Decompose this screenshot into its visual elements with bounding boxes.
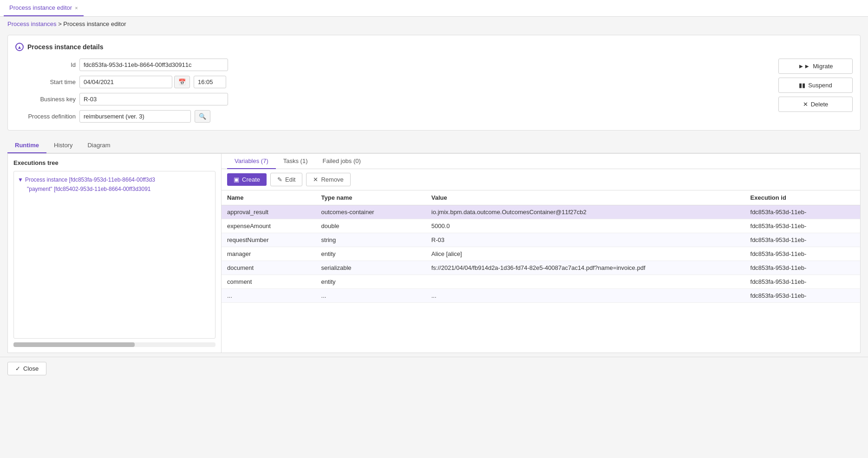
cell-type_name: entity bbox=[316, 247, 426, 261]
cell-value bbox=[426, 275, 745, 289]
right-panel: Variables (7) Tasks (1) Failed jobs (0) … bbox=[222, 154, 860, 353]
migrate-icon: ►► bbox=[798, 63, 810, 70]
tree-scroll-thumb bbox=[13, 342, 135, 347]
create-label: Create bbox=[242, 176, 260, 183]
table-row[interactable]: documentserializablefs://2021/04/04/fb91… bbox=[222, 261, 860, 275]
col-execution-id: Execution id bbox=[745, 190, 860, 205]
delete-label: Delete bbox=[811, 101, 829, 108]
bottom-section: Executions tree ▼ Process instance [fdc8… bbox=[7, 153, 861, 353]
tree-node-child-label: "payment" [fdc85402-953d-11eb-8664-00ff3… bbox=[27, 186, 151, 192]
table-row[interactable]: expenseAmountdouble5000.0fdc853fa-953d-1… bbox=[222, 219, 860, 233]
cell-type_name: outcomes-container bbox=[316, 205, 426, 219]
collapse-icon[interactable]: ▲ bbox=[15, 43, 24, 51]
tab-close-button[interactable]: × bbox=[75, 5, 78, 11]
footer: ✓ Close bbox=[0, 357, 868, 380]
cell-value: ... bbox=[426, 289, 745, 303]
variables-table: Name Type name Value Execution id approv… bbox=[222, 190, 860, 303]
cell-type_name: ... bbox=[316, 289, 426, 303]
start-time-label: Start time bbox=[15, 79, 76, 85]
cell-value: io.jmix.bpm.data.outcome.OutcomesContain… bbox=[426, 205, 745, 219]
tab-label: Process instance editor bbox=[9, 4, 72, 11]
cell-name: expenseAmount bbox=[222, 219, 316, 233]
delete-icon: ✕ bbox=[803, 101, 808, 108]
cell-execution_id: fdc853fa-953d-11eb- bbox=[745, 205, 860, 219]
suspend-button[interactable]: ▮▮ Suspend bbox=[778, 78, 853, 93]
id-label: Id bbox=[15, 61, 76, 68]
cell-execution_id: fdc853fa-953d-11eb- bbox=[745, 247, 860, 261]
col-name: Name bbox=[222, 190, 316, 205]
create-icon: ▣ bbox=[234, 176, 239, 183]
tab-variables[interactable]: Variables (7) bbox=[227, 154, 276, 169]
tree-node-root[interactable]: ▼ Process instance [fdc853fa-953d-11eb-8… bbox=[18, 175, 211, 184]
id-input[interactable] bbox=[79, 59, 228, 71]
tab-diagram[interactable]: Diagram bbox=[80, 138, 117, 153]
close-button[interactable]: ✓ Close bbox=[7, 362, 46, 375]
business-key-input[interactable] bbox=[79, 93, 228, 105]
cell-execution_id: fdc853fa-953d-11eb- bbox=[745, 261, 860, 275]
cell-name: manager bbox=[222, 247, 316, 261]
migrate-button[interactable]: ►► Migrate bbox=[778, 59, 853, 74]
details-card-header: ▲ Process instance details bbox=[15, 43, 853, 51]
tab-history[interactable]: History bbox=[46, 138, 80, 153]
action-buttons: ►► Migrate ▮▮ Suspend ✕ Delete bbox=[778, 59, 853, 123]
create-button[interactable]: ▣ Create bbox=[227, 173, 267, 186]
right-panel-tabs: Variables (7) Tasks (1) Failed jobs (0) bbox=[222, 154, 860, 169]
cell-execution_id: fdc853fa-953d-11eb- bbox=[745, 233, 860, 247]
cell-value: R-03 bbox=[426, 233, 745, 247]
table-row[interactable]: approval_resultoutcomes-containerio.jmix… bbox=[222, 205, 860, 219]
details-card: ▲ Process instance details Id Start time… bbox=[7, 35, 861, 131]
breadcrumb-separator: > bbox=[58, 20, 63, 27]
table-row[interactable]: requestNumberstringR-03fdc853fa-953d-11e… bbox=[222, 233, 860, 247]
tab-runtime[interactable]: Runtime bbox=[7, 138, 46, 153]
suspend-icon: ▮▮ bbox=[799, 82, 805, 89]
edit-label: Edit bbox=[285, 176, 295, 183]
tree-scrollbar[interactable] bbox=[13, 342, 215, 347]
proc-def-input[interactable] bbox=[79, 110, 191, 123]
delete-button[interactable]: ✕ Delete bbox=[778, 97, 853, 112]
cell-execution_id: fdc853fa-953d-11eb- bbox=[745, 289, 860, 303]
tree-container[interactable]: ▼ Process instance [fdc853fa-953d-11eb-8… bbox=[13, 171, 215, 339]
cell-name: requestNumber bbox=[222, 233, 316, 247]
table-row[interactable]: commententityfdc853fa-953d-11eb- bbox=[222, 275, 860, 289]
cell-type_name: string bbox=[316, 233, 426, 247]
tab-failed-jobs[interactable]: Failed jobs (0) bbox=[315, 154, 368, 169]
executions-tree-panel: Executions tree ▼ Process instance [fdc8… bbox=[8, 154, 222, 353]
cell-value: 5000.0 bbox=[426, 219, 745, 233]
close-label: Close bbox=[23, 365, 39, 372]
cell-type_name: entity bbox=[316, 275, 426, 289]
cell-name: ... bbox=[222, 289, 316, 303]
start-time-date-input[interactable] bbox=[79, 76, 172, 88]
tree-node-child[interactable]: "payment" [fdc85402-953d-11eb-8664-00ff3… bbox=[27, 184, 211, 194]
col-value: Value bbox=[426, 190, 745, 205]
tab-tasks[interactable]: Tasks (1) bbox=[276, 154, 315, 169]
remove-label: Remove bbox=[321, 176, 343, 183]
breadcrumb-parent[interactable]: Process instances bbox=[7, 20, 57, 27]
cell-type_name: serializable bbox=[316, 261, 426, 275]
start-time-clock-input[interactable] bbox=[194, 76, 226, 88]
form-grid: Id Start time 📅 Business key Pr bbox=[15, 59, 853, 123]
cell-value: Alice [alice] bbox=[426, 247, 745, 261]
table-row[interactable]: managerentityAlice [alice]fdc853fa-953d-… bbox=[222, 247, 860, 261]
calendar-button[interactable]: 📅 bbox=[174, 76, 190, 88]
cell-name: approval_result bbox=[222, 205, 316, 219]
breadcrumb-current: Process instance editor bbox=[63, 20, 126, 27]
proc-def-label: Process definition bbox=[15, 113, 76, 120]
process-instance-editor-tab[interactable]: Process instance editor × bbox=[4, 0, 84, 16]
remove-button[interactable]: ✕ Remove bbox=[306, 173, 350, 186]
tab-bar: Process instance editor × bbox=[0, 0, 868, 17]
remove-icon: ✕ bbox=[313, 176, 318, 183]
cell-type_name: double bbox=[316, 219, 426, 233]
tree-node-root-label: Process instance [fdc853fa-953d-11eb-866… bbox=[25, 177, 155, 183]
main-content: ▲ Process instance details Id Start time… bbox=[0, 31, 868, 357]
business-key-row: Business key bbox=[15, 93, 771, 105]
migrate-label: Migrate bbox=[813, 63, 833, 70]
col-type-name: Type name bbox=[316, 190, 426, 205]
proc-def-search-button[interactable]: 🔍 bbox=[195, 110, 210, 123]
panel-toolbar: ▣ Create ✎ Edit ✕ Remove bbox=[222, 169, 860, 190]
edit-button[interactable]: ✎ Edit bbox=[270, 173, 302, 186]
proc-def-row: Process definition 🔍 bbox=[15, 110, 771, 123]
data-table-wrap[interactable]: Name Type name Value Execution id approv… bbox=[222, 190, 860, 353]
cell-execution_id: fdc853fa-953d-11eb- bbox=[745, 219, 860, 233]
table-row[interactable]: .........fdc853fa-953d-11eb- bbox=[222, 289, 860, 303]
details-title: Process instance details bbox=[27, 43, 103, 51]
